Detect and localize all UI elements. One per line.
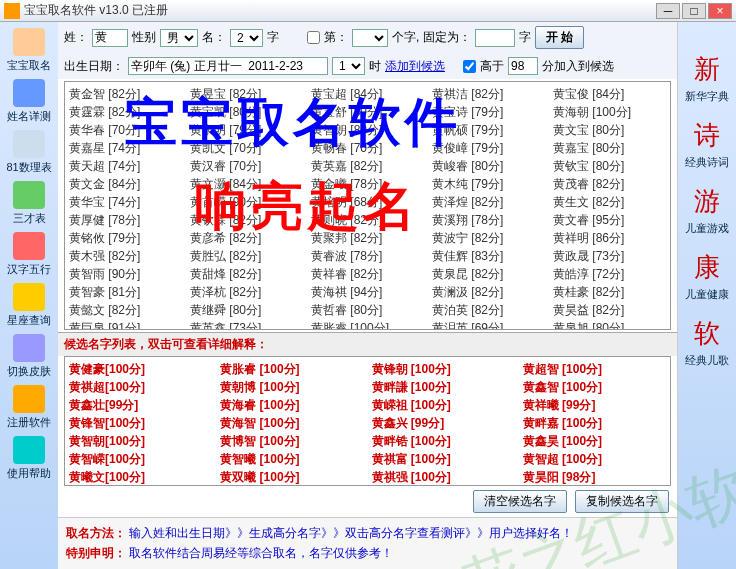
- name-cell[interactable]: 黄厚健 [78分]: [69, 212, 182, 229]
- right-item-dict[interactable]: 新新华字典: [685, 52, 729, 104]
- name-cell[interactable]: 黄泽杭 [82分]: [190, 284, 303, 301]
- name-cell[interactable]: 黄桂豪 [82分]: [553, 284, 666, 301]
- name-cell[interactable]: 黄海祺 [94分]: [311, 284, 424, 301]
- name-cell[interactable]: 黄木纯 [79分]: [432, 176, 545, 193]
- name-cell[interactable]: 黄帆硕 [79分]: [432, 122, 545, 139]
- name-cell[interactable]: 黄文睿 [95分]: [553, 212, 666, 229]
- sidebar-item-81[interactable]: 81数理表: [3, 128, 55, 177]
- candidate-cell[interactable]: 黄智曦 [100分]: [220, 451, 363, 468]
- candidate-cell[interactable]: 黄昊阳 [98分]: [523, 469, 666, 486]
- name-cell[interactable]: 黄智雨 [90分]: [69, 266, 182, 283]
- candidate-cell[interactable]: 黄智嵘[100分]: [69, 451, 212, 468]
- name-cell[interactable]: 黄宝俊 [84分]: [553, 86, 666, 103]
- candidate-cell[interactable]: 黄双曦 [100分]: [220, 469, 363, 486]
- start-button[interactable]: 开 始: [535, 26, 584, 49]
- name-cell[interactable]: 黄泊英 [82分]: [432, 302, 545, 319]
- candidate-cell[interactable]: 黄健豪[100分]: [69, 361, 212, 378]
- candidate-cell[interactable]: 黄智朝[100分]: [69, 433, 212, 450]
- sidebar-item-sancai[interactable]: 三才表: [3, 179, 55, 228]
- name-cell[interactable]: 黄胀睿 [100分]: [311, 320, 424, 330]
- birth-input[interactable]: [128, 57, 328, 75]
- name-cell[interactable]: 黄钦宝 [80分]: [553, 158, 666, 175]
- name-cell[interactable]: 黄汉睿 [70分]: [190, 158, 303, 175]
- name-cell[interactable]: 黄宝舒 [80分]: [311, 104, 424, 121]
- name-cell[interactable]: 黄华春 [70分]: [69, 122, 182, 139]
- name-cell[interactable]: 黄哲睿 [80分]: [311, 302, 424, 319]
- fixed-input[interactable]: [475, 29, 515, 47]
- name-cell[interactable]: 黄铭攸 [79分]: [69, 230, 182, 247]
- sidebar-item-help[interactable]: 使用帮助: [3, 434, 55, 483]
- candidate-cell[interactable]: 黄智超 [100分]: [523, 451, 666, 468]
- name-cell[interactable]: 黄昊益 [82分]: [553, 302, 666, 319]
- right-item-song[interactable]: 软经典儿歌: [685, 316, 729, 368]
- candidate-cell[interactable]: 黄鑫壮[99分]: [69, 397, 212, 414]
- name-cell[interactable]: 黄凯文 [70分]: [190, 140, 303, 157]
- name-cell[interactable]: 黄文金 [84分]: [69, 176, 182, 193]
- candidate-cell[interactable]: 黄嵘祖 [100分]: [372, 397, 515, 414]
- di-select[interactable]: [352, 29, 388, 47]
- candidate-cell[interactable]: 黄胀睿 [100分]: [220, 361, 363, 378]
- name-cell[interactable]: 黄祥睿 [82分]: [311, 266, 424, 283]
- candidate-cell[interactable]: 黄超智 [100分]: [523, 361, 666, 378]
- name-cell[interactable]: 黄宝诗 [79分]: [432, 104, 545, 121]
- name-cell[interactable]: 黄波宁 [82分]: [432, 230, 545, 247]
- name-cell[interactable]: 黄泽煌 [82分]: [432, 194, 545, 211]
- name-cell[interactable]: 黄澜汲 [82分]: [432, 284, 545, 301]
- name-cell[interactable]: 黄嘉星 [74分]: [69, 140, 182, 157]
- right-item-game[interactable]: 游儿童游戏: [685, 184, 729, 236]
- candidate-cell[interactable]: 黄海智 [100分]: [220, 415, 363, 432]
- name-cell[interactable]: 黄祥明 [86分]: [553, 230, 666, 247]
- name-cell[interactable]: 黄溪翔 [78分]: [432, 212, 545, 229]
- candidate-cell[interactable]: 黄曦文[100分]: [69, 469, 212, 486]
- candidate-cell[interactable]: 黄祥曦 [99分]: [523, 397, 666, 414]
- name-cell[interactable]: 黄彦希 [82分]: [190, 230, 303, 247]
- name-cell[interactable]: 黄霆霖 [82分]: [69, 104, 182, 121]
- name-cell[interactable]: 黄金曦 [78分]: [311, 176, 424, 193]
- name-cell[interactable]: 黄巨泉 [91分]: [69, 320, 182, 330]
- clear-button[interactable]: 清空候选名字: [473, 490, 567, 513]
- namelen-select[interactable]: 2: [230, 29, 263, 47]
- name-cell[interactable]: 黄金智 [82分]: [69, 86, 182, 103]
- candidate-cell[interactable]: 黄祺超[100分]: [69, 379, 212, 396]
- name-grid[interactable]: 黄金智 [82分]黄昱宝 [82分]黄宝超 [84分]黄祺洁 [82分]黄宝俊 …: [64, 81, 671, 330]
- name-cell[interactable]: 黄继舜 [80分]: [190, 302, 303, 319]
- name-cell[interactable]: 黄首嵘 [90分]: [190, 194, 303, 211]
- name-cell[interactable]: 黄睿波 [78分]: [311, 248, 424, 265]
- candidate-cell[interactable]: 黄博智 [100分]: [220, 433, 363, 450]
- candidate-cell[interactable]: 黄祺强 [100分]: [372, 469, 515, 486]
- add-candidate-link[interactable]: 添加到候选: [385, 58, 445, 75]
- candidate-list[interactable]: 黄健豪[100分]黄胀睿 [100分]黄锋朝 [100分]黄超智 [100分]黄…: [64, 356, 671, 486]
- name-cell[interactable]: 黄皓淳 [72分]: [553, 266, 666, 283]
- candidate-cell[interactable]: 黄鑫智 [100分]: [523, 379, 666, 396]
- gaoyu-checkbox[interactable]: [463, 60, 476, 73]
- name-cell[interactable]: 黄海朝 [100分]: [553, 104, 666, 121]
- name-cell[interactable]: 黄英鑫 [73分]: [190, 320, 303, 330]
- right-item-health[interactable]: 康儿童健康: [685, 250, 729, 302]
- score-input[interactable]: [508, 57, 538, 75]
- name-cell[interactable]: 黄智朗 [80分]: [311, 122, 424, 139]
- name-cell[interactable]: 黄泉明 [79分]: [190, 122, 303, 139]
- maximize-button[interactable]: □: [682, 3, 706, 19]
- name-cell[interactable]: 黄茂睿 [82分]: [553, 176, 666, 193]
- name-cell[interactable]: 黄英嘉 [82分]: [311, 158, 424, 175]
- name-cell[interactable]: 黄文宝 [80分]: [553, 122, 666, 139]
- name-cell[interactable]: 黄峻睿 [80分]: [432, 158, 545, 175]
- name-cell[interactable]: 黄昱宝 [82分]: [190, 86, 303, 103]
- candidate-cell[interactable]: 黄锋智[100分]: [69, 415, 212, 432]
- name-cell[interactable]: 黄嘉宝 [80分]: [553, 140, 666, 157]
- name-cell[interactable]: 黄华宝 [74分]: [69, 194, 182, 211]
- name-cell[interactable]: 黄政晟 [73分]: [553, 248, 666, 265]
- name-cell[interactable]: 黄宝凯 [80分]: [190, 104, 303, 121]
- hour-select[interactable]: 1: [332, 57, 365, 75]
- name-cell[interactable]: 黄宝超 [84分]: [311, 86, 424, 103]
- name-cell[interactable]: 黄泪英 [69分]: [432, 320, 545, 330]
- di-checkbox[interactable]: [307, 31, 320, 44]
- candidate-cell[interactable]: 黄祺富 [100分]: [372, 451, 515, 468]
- sidebar-item-skin[interactable]: 切换皮肤: [3, 332, 55, 381]
- sidebar-item-xingzuo[interactable]: 星座查询: [3, 281, 55, 330]
- name-cell[interactable]: 黄佳辉 [83分]: [432, 248, 545, 265]
- candidate-cell[interactable]: 黄鑫昊 [100分]: [523, 433, 666, 450]
- name-cell[interactable]: 黄胜弘 [82分]: [190, 248, 303, 265]
- surname-input[interactable]: [92, 29, 128, 47]
- copy-button[interactable]: 复制候选名字: [575, 490, 669, 513]
